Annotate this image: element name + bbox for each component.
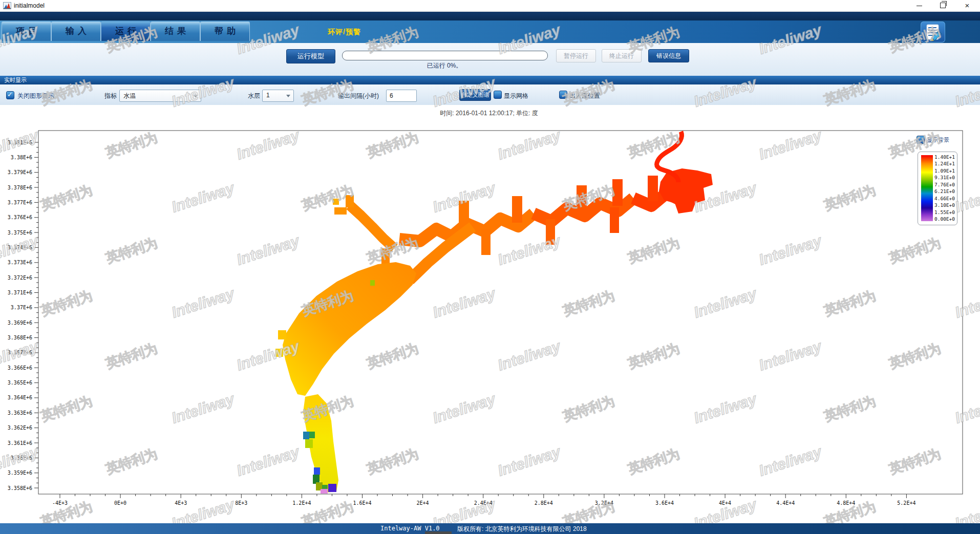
plot-border: [38, 131, 963, 494]
y-tick-label: 3.363E+6: [8, 410, 32, 416]
menu-ribbon: 项目 输入 运行 结果 帮助 环评/预警: [0, 20, 980, 43]
tab-results[interactable]: 结果: [151, 22, 200, 41]
color-scale-bar: [921, 155, 933, 221]
output-interval-label: 输出间隔(小时): [338, 92, 379, 100]
y-tick-label: 3.378E+6: [8, 185, 32, 190]
app-icon: [3, 2, 11, 10]
chevron-down-icon: [194, 95, 198, 97]
y-tick-label: 3.374E+6: [8, 245, 32, 250]
map-region-stub-3: [512, 196, 522, 223]
error-info-button[interactable]: 错误信息: [648, 49, 689, 62]
y-tick-label: 3.377E+6: [8, 200, 32, 205]
y-tick-label: 3.371E+6: [8, 290, 32, 295]
map-region-antler-prong-2: [334, 207, 347, 215]
tab-help[interactable]: 帮助: [200, 22, 250, 41]
top-strip: [0, 12, 980, 20]
x-tick-label: 4.4E+4: [776, 500, 795, 506]
flow-positions-label: 出入流位置: [569, 92, 600, 100]
color-scale-legend: 1.40E+11.24E+11.09E+19.31E+07.76E+06.21E…: [918, 152, 957, 225]
x-tick-label: 8E+3: [235, 500, 247, 506]
model-domain-plot: -4E+30E+04E+38E+31.2E+41.6E+42E+42.4E+42…: [0, 105, 980, 523]
y-tick-label: 3.361E+6: [8, 440, 32, 446]
map-region-cell-purple: [328, 484, 336, 492]
map-region-cell-teal: [303, 432, 309, 439]
x-tick-label: 1.6E+4: [353, 500, 371, 506]
x-tick-label: -4E+3: [52, 500, 68, 506]
legend-value: 7.76E+0: [934, 182, 956, 187]
x-tick-label: 1.2E+4: [292, 500, 311, 506]
edit-document-icon[interactable]: [921, 22, 945, 42]
map-region-antler-prong-1: [346, 195, 354, 207]
indicator-select[interactable]: 水温: [119, 90, 201, 102]
map-region-cell-yellowgreen: [305, 439, 313, 448]
layer-value: 1: [266, 92, 270, 99]
copyright-text: 版权所有: 北京英特利为环境科技有限公司 2018: [457, 525, 587, 533]
flow-positions-checkbox[interactable]: [559, 91, 567, 99]
module-label-eia-warning: 环评/预警: [328, 28, 361, 37]
minimize-button[interactable]: [910, 0, 928, 11]
indicator-value: 水温: [123, 92, 136, 100]
close-button[interactable]: ×: [958, 0, 976, 11]
map-region-lake-west-tab-1: [278, 330, 286, 339]
custom-spectrum-button[interactable]: 自定义图谱: [459, 89, 491, 101]
indicator-label: 指标: [104, 92, 117, 100]
y-tick-label: 3.38E+6: [11, 155, 32, 160]
layer-label: 水层: [248, 92, 260, 100]
tab-run[interactable]: 运行: [101, 22, 151, 41]
progress-status-text: 已运行 0%。: [342, 61, 547, 70]
map-region-stub-6: [610, 207, 619, 233]
progress-bar: [342, 51, 548, 60]
y-tick-label: 3.358E+6: [8, 485, 32, 491]
y-tick-label: 3.375E+6: [8, 230, 32, 236]
stop-run-button[interactable]: 终止运行: [602, 49, 642, 62]
tab-input[interactable]: 输入: [51, 22, 101, 41]
x-tick-label: 5.2E+4: [897, 500, 915, 506]
x-tick-label: 4E+3: [175, 500, 187, 506]
map-region-lake-west-tab-2: [275, 349, 283, 357]
app-window: initialmodel × 项目 输入 运行 结果 帮助 环评/预警: [0, 0, 980, 534]
status-bar: Intelway-AW V1.0 版权所有: 北京英特利为环境科技有限公司 20…: [0, 523, 980, 534]
map-region-lake-east-dot: [370, 280, 375, 286]
color-scale-values: 1.40E+11.24E+11.09E+19.31E+07.76E+06.21E…: [934, 155, 956, 222]
tab-project[interactable]: 项目: [2, 22, 51, 41]
show-background-label: 显示背景: [927, 136, 949, 144]
map-region-stub-7: [612, 179, 623, 206]
show-grid-checkbox[interactable]: [494, 91, 502, 99]
legend-value: 3.10E+0: [934, 203, 956, 208]
show-background-checkbox[interactable]: [917, 136, 925, 144]
y-tick-label: 3.381E+6: [8, 140, 32, 145]
taskbar-notch: [425, 531, 452, 534]
y-tick-label: 3.366E+6: [8, 365, 32, 371]
legend-value: 0.00E+0: [934, 217, 956, 222]
x-tick-label: 3.2E+4: [595, 500, 613, 506]
x-tick-label: 0E+0: [114, 500, 126, 506]
legend-value: 1.40E+1: [934, 155, 956, 160]
map-canvas: 时间: 2016-01-01 12:00:17; 单位: 度 -4E+30E+0…: [0, 105, 980, 523]
map-region-antler-dot: [333, 199, 339, 205]
pause-run-button[interactable]: 暂停运行: [556, 49, 596, 62]
layer-select[interactable]: 1: [262, 90, 294, 102]
legend-value: 9.31E+0: [934, 175, 956, 180]
close-graphics-checkbox[interactable]: [6, 91, 14, 99]
y-tick-label: 3.372E+6: [8, 275, 32, 281]
map-region-stub-4: [546, 219, 555, 245]
y-tick-label: 3.362E+6: [8, 425, 32, 431]
run-toolbar: 运行模型 已运行 0%。 暂停运行 终止运行 错误信息: [0, 43, 980, 76]
y-tick-label: 3.36E+6: [11, 455, 32, 461]
restore-button[interactable]: [934, 0, 951, 11]
realtime-controls: 关闭图形显示 指标 水温 水层 1 输出间隔(小时) 自定义图谱 显示网格 出入…: [0, 84, 980, 105]
x-tick-label: 2E+4: [417, 500, 429, 506]
y-tick-label: 3.367E+6: [8, 350, 32, 355]
x-tick-label: 3.6E+4: [655, 500, 674, 506]
map-region-cell-orchid: [321, 489, 328, 494]
chevron-down-icon: [286, 95, 290, 97]
output-interval-input[interactable]: [386, 90, 417, 102]
legend-value: 1.09E+1: [934, 168, 956, 174]
y-tick-label: 3.37E+6: [11, 305, 32, 310]
x-tick-label: 4E+4: [719, 500, 731, 506]
run-model-button[interactable]: 运行模型: [286, 49, 335, 63]
y-tick-label: 3.369E+6: [8, 320, 32, 326]
map-region-stub-8: [648, 176, 658, 201]
legend-value: 1.55E+0: [934, 210, 956, 215]
y-tick-label: 3.359E+6: [8, 470, 32, 476]
